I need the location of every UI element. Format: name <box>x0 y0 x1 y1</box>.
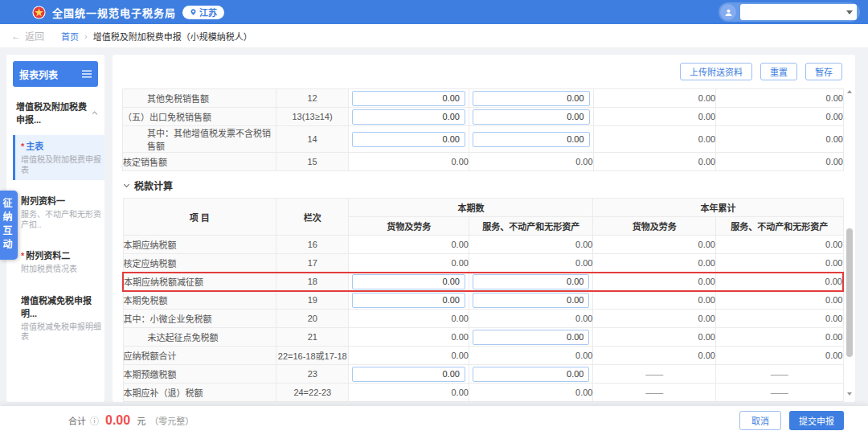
form-toolbar: 上传附送资料 重置 暂存 <box>122 55 844 88</box>
footer-bar: 合计 ⓘ 0.00 元 （零元整） 取消 提交申报 <box>0 406 868 435</box>
amount-input[interactable] <box>352 91 465 106</box>
amount-input[interactable] <box>473 109 590 125</box>
info-icon[interactable]: ⓘ <box>90 414 99 427</box>
table-row-14: 其中：其他增值税发票不含税销售额140.000.00 <box>123 126 844 153</box>
reset-button[interactable]: 重置 <box>760 63 797 80</box>
sidebar-item-2[interactable]: 附列资料一服务、不动产和无形资产扣.. <box>13 190 104 235</box>
amount-text: 0.00 <box>593 254 716 273</box>
amount-text: 0.00 <box>715 328 843 347</box>
amount-input[interactable] <box>473 91 590 106</box>
amount-text: 0.00 <box>349 328 469 347</box>
amount-text: 0.00 <box>349 384 469 402</box>
sidebar-item-label: *主表 <box>21 139 101 152</box>
scroll-up-icon[interactable] <box>847 90 852 93</box>
row-label: 其他免税销售额 <box>123 89 276 108</box>
section-title: 税款计算 <box>134 179 173 192</box>
breadcrumb-current: 增值税及附加税费申报（小规模纳税人） <box>93 30 252 43</box>
table-row-23: 本期预缴税额23———— <box>123 365 843 384</box>
amount-text: 0.00 <box>716 89 844 108</box>
row-label: 未达起征点免税额 <box>123 328 276 347</box>
amount-text: 0.00 <box>349 254 469 273</box>
table-row-17: 核定应纳税额170.000.000.000.00 <box>123 254 843 273</box>
row-label: 核定销售额 <box>123 153 276 171</box>
row-label: 本期预缴税额 <box>123 365 276 384</box>
col-header-services: 服务、不动产和无形资产 <box>469 217 593 236</box>
amount-input[interactable] <box>352 274 465 289</box>
submit-declaration-button[interactable]: 提交申报 <box>789 411 844 430</box>
chevron-down-icon <box>124 181 129 187</box>
scrollbar-thumb[interactable] <box>846 228 853 357</box>
region-badge[interactable]: 江苏 <box>182 6 224 19</box>
scroll-down-icon[interactable] <box>847 392 852 396</box>
tax-bureau-emblem-icon <box>32 6 46 19</box>
sidebar-item-subtitle: 服务、不动产和无形资产扣.. <box>21 210 101 230</box>
amount-input[interactable] <box>473 330 590 345</box>
col-header-services-ytd: 服务、不动产和无形资产 <box>715 217 843 236</box>
breadcrumb: ← 返回 首页 › 增值税及附加税费申报（小规模纳税人） <box>0 24 868 48</box>
back-button[interactable]: ← 返回 <box>11 29 44 43</box>
amount-input[interactable] <box>473 367 590 382</box>
amount-text: 0.00 <box>349 153 469 171</box>
account-input[interactable] <box>740 5 846 19</box>
row-label: 其中：其他增值税发票不含税销售额 <box>123 126 276 153</box>
amount-input[interactable] <box>473 274 590 289</box>
table-row-22=16-18或17-18: 应纳税额合计22=16-18或17-180.000.000.000.00 <box>123 347 843 365</box>
vertical-scrollbar[interactable] <box>845 90 854 396</box>
amount-text: 0.00 <box>469 384 593 402</box>
sidebar-item-label: 附列资料一 <box>21 194 101 207</box>
amount-text: 0.00 <box>716 108 844 126</box>
section-tax-calculation[interactable]: 税款计算 <box>122 171 844 198</box>
amount-input[interactable] <box>352 367 465 382</box>
collapse-list-icon[interactable] <box>82 70 92 78</box>
tax-interaction-tab[interactable]: 征纳互动 <box>0 191 18 260</box>
table-row-16: 本期应纳税额160.000.000.000.00 <box>123 236 843 254</box>
amount-input[interactable] <box>352 109 465 125</box>
amount-input[interactable] <box>352 132 465 147</box>
cancel-button[interactable]: 取消 <box>739 411 781 430</box>
account-selector[interactable] <box>719 2 860 22</box>
amount-input[interactable] <box>473 293 590 308</box>
row-lane: 24=22-23 <box>276 384 349 402</box>
amount-text: 0.00 <box>469 236 593 254</box>
amount-input[interactable] <box>473 132 590 147</box>
sidebar-item-4[interactable]: 增值税减免税申报明...增值税减免税申报明细表 <box>13 289 104 347</box>
table-row-19: 本期免税额190.000.00 <box>123 291 843 310</box>
user-icon <box>720 4 736 20</box>
col-group-year-to-date: 本年累计 <box>593 199 843 217</box>
empty-value: —— <box>715 384 843 402</box>
row-lane: 16 <box>276 236 349 254</box>
amount-text: 0.00 <box>715 347 843 365</box>
table-row-13(13≥14): （五）出口免税销售额13(13≥14)0.000.00 <box>123 108 844 126</box>
back-arrow-icon: ← <box>11 31 21 42</box>
amount-text: 0.00 <box>349 347 469 365</box>
amount-text: 0.00 <box>469 310 593 328</box>
row-lane: 20 <box>276 310 349 328</box>
sidebar-group-toggle[interactable]: 增值税及附加税费申报... <box>16 100 96 125</box>
chevron-down-icon[interactable] <box>846 10 853 14</box>
sidebar-header[interactable]: 报表列表 <box>13 61 98 87</box>
amount-text: 0.00 <box>469 347 593 365</box>
breadcrumb-home[interactable]: 首页 <box>61 30 79 43</box>
sidebar-item-3[interactable]: *附列资料二附加税费情况表 <box>13 244 104 280</box>
top-bar: 全国统一规范电子税务局 江苏 <box>0 0 868 24</box>
amount-text: 0.00 <box>593 153 716 171</box>
amount-text: 0.00 <box>593 310 716 328</box>
sidebar-item-label: *附列资料二 <box>21 248 101 261</box>
row-label: 本期应补（退）税额 <box>123 384 276 402</box>
account-input-box <box>740 4 857 20</box>
sidebar-item-subtitle: 增值税及附加税费申报表 <box>21 155 101 175</box>
amount-text: 0.00 <box>716 153 844 171</box>
amount-input[interactable] <box>352 293 465 308</box>
region-label: 江苏 <box>199 6 217 18</box>
total-label: 合计 <box>68 414 86 427</box>
amount-text: 0.00 <box>469 153 593 171</box>
report-list-sidebar: 报表列表 增值税及附加税费申报... *主表增值税及附加税费申报表附列资料一服务… <box>6 55 104 402</box>
col-group-current-period: 本期数 <box>349 199 593 217</box>
row-lane: 12 <box>276 89 348 108</box>
total-summary: 合计 ⓘ 0.00 元 （零元整） <box>68 413 194 428</box>
save-draft-button[interactable]: 暂存 <box>805 63 842 80</box>
upload-attachments-button[interactable]: 上传附送资料 <box>680 63 752 80</box>
row-lane: 14 <box>276 126 348 153</box>
sidebar-item-1[interactable]: *主表增值税及附加税费申报表 <box>13 135 104 180</box>
amount-text: 0.00 <box>349 310 469 328</box>
